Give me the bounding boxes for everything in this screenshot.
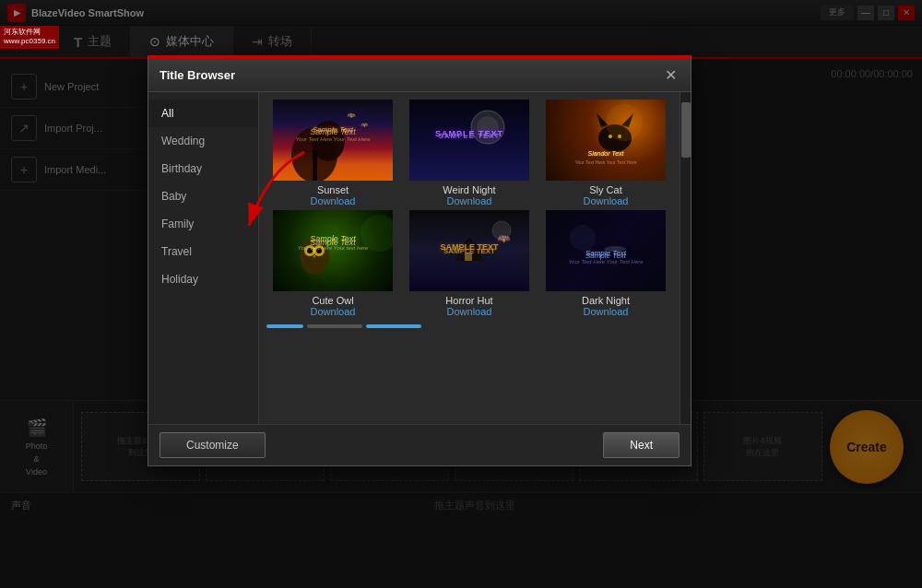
title-browser-dialog: Title Browser ✕ All Wedding Birthday Bab… (148, 55, 692, 466)
category-wedding[interactable]: Wedding (148, 127, 258, 155)
template-thumb-weirdnight[interactable]: SAMPLE TEXT (409, 100, 529, 181)
template-name-darknight: Dark Night (582, 295, 630, 306)
template-name-weirdnight: Weird Night (443, 184, 495, 195)
template-download-slycat[interactable]: Download (584, 195, 629, 206)
template-name-slycat: Sly Cat (589, 184, 621, 195)
template-thumb-cuteowl[interactable]: Sample Text Your text here Your text her… (273, 210, 393, 291)
category-travel[interactable]: Travel (148, 238, 258, 265)
template-name-sunset: Sunset (317, 184, 349, 195)
svg-rect-22 (465, 253, 472, 261)
category-holiday[interactable]: Holiday (148, 265, 258, 293)
svg-point-28 (570, 225, 596, 251)
template-weirdnight: SAMPLE TEXT Weird Night Download (403, 100, 536, 206)
svg-text:🦇: 🦇 (347, 111, 356, 120)
dialog-close-button[interactable]: ✕ (661, 65, 680, 84)
next-button[interactable]: Next (603, 432, 680, 458)
scroll-indicator-3 (366, 324, 421, 328)
template-thumb-slycat[interactable]: Slandor Text Your Text Here Your Text He… (546, 100, 666, 181)
template-name-cuteowl: Cute Owl (312, 295, 353, 306)
template-name-horrorhut: Horror Hut (445, 295, 492, 306)
svg-point-6 (477, 116, 499, 138)
template-horrorhut: 🦇 SAMPLE TEXT Horror Hut Download (403, 210, 536, 317)
scroll-indicators (266, 321, 672, 330)
template-darknight: Sample Text Your Text Here Your Text Her… (539, 210, 672, 317)
template-row-2: Sample Text Your text here Your text her… (266, 210, 672, 317)
dialog-title: Title Browser (160, 68, 235, 82)
dialog-header: Title Browser ✕ (148, 58, 691, 92)
category-all[interactable]: All (148, 100, 258, 127)
template-download-sunset[interactable]: Download (311, 195, 356, 206)
template-download-horrorhut[interactable]: Download (447, 306, 492, 317)
dialog-scrollbar[interactable] (680, 92, 691, 424)
category-baby[interactable]: Baby (148, 182, 258, 210)
category-birthday[interactable]: Birthday (148, 155, 258, 182)
svg-rect-2 (313, 150, 317, 181)
template-download-weirdnight[interactable]: Download (447, 195, 492, 206)
template-slycat: Slandor Text Your Text Here Your Text He… (539, 100, 672, 206)
dialog-footer: Customize Next (148, 424, 691, 465)
template-thumb-sunset[interactable]: 🦇 🦇 Sample Text Your Text Here Your Text… (273, 100, 393, 181)
template-sunset: 🦇 🦇 Sample Text Your Text Here Your Text… (266, 100, 399, 206)
dialog-categories: All Wedding Birthday Baby Family Travel … (148, 92, 259, 424)
dialog-content: 🦇 🦇 Sample Text Your Text Here Your Text… (259, 92, 680, 424)
dialog-body: All Wedding Birthday Baby Family Travel … (148, 92, 691, 424)
svg-point-24 (492, 221, 511, 240)
svg-point-12 (606, 104, 643, 141)
template-thumb-horrorhut[interactable]: 🦇 SAMPLE TEXT (409, 210, 529, 291)
templates-grid: 🦇 🦇 Sample Text Your Text Here Your Text… (266, 100, 672, 417)
category-family[interactable]: Family (148, 210, 258, 238)
scroll-indicator-1 (266, 324, 303, 328)
template-download-darknight[interactable]: Download (584, 306, 629, 317)
template-row-1: 🦇 🦇 Sample Text Your Text Here Your Text… (266, 100, 672, 206)
dialog-overlay: Title Browser ✕ All Wedding Birthday Bab… (0, 0, 922, 588)
template-cuteowl: Sample Text Your text here Your text her… (266, 210, 399, 317)
scroll-indicator-2 (307, 324, 362, 328)
customize-button[interactable]: Customize (160, 432, 266, 458)
template-download-cuteowl[interactable]: Download (311, 306, 356, 317)
template-thumb-darknight[interactable]: Sample Text Your Text Here Your Text Her… (546, 210, 666, 291)
scrollbar-thumb (681, 102, 691, 158)
watermark: 河东软件网 www.pc0359.cn (0, 26, 59, 49)
